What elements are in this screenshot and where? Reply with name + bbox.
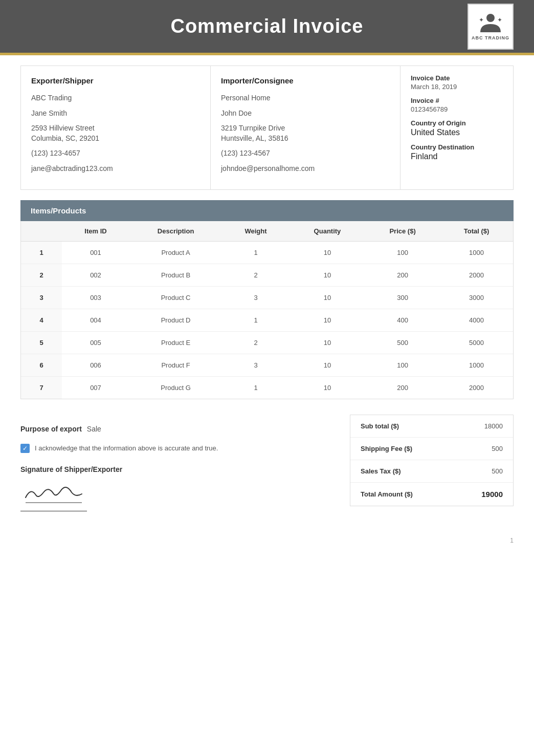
row-weight: 3 [222, 286, 290, 309]
exporter-section: Exporter/Shipper ABC Trading Jane Smith … [21, 66, 211, 189]
importer-section: Importer/Consignee Personal Home John Do… [211, 66, 400, 189]
row-quantity: 10 [290, 286, 365, 309]
tax-label: Sales Tax ($) [361, 467, 401, 475]
country-origin-value: United States [411, 128, 503, 137]
col-num [21, 221, 62, 242]
svg-text:✦: ✦ [497, 16, 502, 24]
items-section: Items/Products Item ID Description Weigh… [20, 200, 514, 399]
logo-icon: ✦ ✦ [478, 13, 503, 33]
row-price: 100 [365, 241, 440, 264]
invoice-date-label: Invoice Date [411, 74, 503, 82]
page-title: Commercial Invoice [170, 15, 363, 37]
row-quantity: 10 [290, 376, 365, 399]
acknowledge-text: I acknowledge that the information above… [35, 443, 218, 453]
row-description: Product A [129, 241, 222, 264]
svg-point-0 [486, 14, 495, 22]
exporter-header: Exporter/Shipper [31, 76, 200, 85]
exporter-company: ABC Trading [31, 93, 200, 103]
table-row: 2 002 Product B 2 10 200 2000 [21, 264, 513, 286]
importer-name: John Doe [221, 109, 390, 119]
row-num: 2 [21, 264, 62, 286]
grand-total-label: Total Amount ($) [361, 490, 413, 498]
row-price: 100 [365, 354, 440, 376]
row-quantity: 10 [290, 241, 365, 264]
col-weight: Weight [222, 221, 290, 242]
main-content: Exporter/Shipper ABC Trading Jane Smith … [0, 55, 534, 532]
exporter-address: 2593 Hillview Street Columbia, SC, 29201 [31, 123, 200, 143]
country-destination-label: Country Destination [411, 143, 503, 151]
country-origin-label: Country of Origin [411, 119, 503, 127]
importer-phone: (123) 123-4567 [221, 148, 390, 159]
table-row: 6 006 Product F 3 10 100 1000 [21, 354, 513, 376]
invoice-details-section: Invoice Date March 18, 2019 Invoice # 01… [400, 66, 513, 189]
row-price: 300 [365, 286, 440, 309]
purpose-value: Sale [87, 425, 101, 433]
tax-value: 500 [492, 467, 503, 475]
row-item-id: 004 [62, 309, 129, 331]
logo-text: ABC TRADING [472, 35, 509, 40]
row-item-id: 006 [62, 354, 129, 376]
row-price: 200 [365, 376, 440, 399]
col-total: Total ($) [440, 221, 513, 242]
row-price: 500 [365, 331, 440, 354]
company-logo: ✦ ✦ ABC TRADING [468, 4, 514, 50]
invoice-number-label: Invoice # [411, 97, 503, 104]
svg-text:✦: ✦ [479, 16, 484, 24]
acknowledge-row: I acknowledge that the information above… [20, 443, 335, 453]
importer-company: Personal Home [221, 93, 390, 103]
signature-label: Signature of Shipper/Exporter [20, 465, 335, 473]
acknowledge-checkbox[interactable] [20, 444, 30, 453]
row-item-id: 003 [62, 286, 129, 309]
shipping-value: 500 [492, 445, 503, 452]
row-total: 3000 [440, 286, 513, 309]
items-table: Item ID Description Weight Quantity Pric… [21, 221, 513, 399]
subtotal-row: Sub total ($) 18000 [350, 415, 513, 438]
row-weight: 2 [222, 331, 290, 354]
page-number: 1 [0, 532, 534, 549]
top-info-section: Exporter/Shipper ABC Trading Jane Smith … [20, 66, 514, 190]
row-price: 400 [365, 309, 440, 331]
table-row: 4 004 Product D 1 10 400 4000 [21, 309, 513, 331]
grand-total-value: 19000 [481, 490, 503, 499]
exporter-phone: (123) 123-4657 [31, 148, 200, 159]
col-price: Price ($) [365, 221, 440, 242]
table-row: 7 007 Product G 1 10 200 2000 [21, 376, 513, 399]
exporter-email: jane@abctrading123.com [31, 164, 200, 174]
totals-box: Sub total ($) 18000 Shipping Fee ($) 500… [350, 415, 514, 506]
tax-row: Sales Tax ($) 500 [350, 460, 513, 483]
row-description: Product E [129, 331, 222, 354]
importer-email: johndoe@personalhome.com [221, 164, 390, 174]
row-weight: 1 [222, 241, 290, 264]
items-table-wrapper: Item ID Description Weight Quantity Pric… [20, 221, 514, 399]
col-description: Description [129, 221, 222, 242]
page-header: Commercial Invoice ✦ ✦ ABC TRADING [0, 0, 534, 53]
col-item-id: Item ID [62, 221, 129, 242]
country-destination-value: Finland [411, 152, 503, 161]
subtotal-label: Sub total ($) [361, 422, 399, 430]
purpose-label: Purpose of export [20, 425, 82, 433]
signature-area [20, 480, 97, 511]
row-quantity: 10 [290, 309, 365, 331]
row-description: Product C [129, 286, 222, 309]
row-item-id: 001 [62, 241, 129, 264]
signature-image [20, 480, 87, 511]
items-section-header: Items/Products [20, 200, 514, 221]
row-description: Product D [129, 309, 222, 331]
col-quantity: Quantity [290, 221, 365, 242]
shipping-row: Shipping Fee ($) 500 [350, 438, 513, 460]
row-description: Product B [129, 264, 222, 286]
row-total: 2000 [440, 264, 513, 286]
row-num: 4 [21, 309, 62, 331]
table-row: 3 003 Product C 3 10 300 3000 [21, 286, 513, 309]
left-bottom: Purpose of export Sale I acknowledge tha… [20, 415, 335, 522]
row-num: 1 [21, 241, 62, 264]
importer-address: 3219 Turnpike Drive Huntsville, AL, 3581… [221, 123, 390, 143]
importer-header: Importer/Consignee [221, 76, 390, 85]
bottom-section: Purpose of export Sale I acknowledge tha… [20, 415, 514, 522]
shipping-label: Shipping Fee ($) [361, 445, 412, 452]
row-total: 1000 [440, 241, 513, 264]
row-price: 200 [365, 264, 440, 286]
row-total: 1000 [440, 354, 513, 376]
row-item-id: 007 [62, 376, 129, 399]
row-item-id: 002 [62, 264, 129, 286]
